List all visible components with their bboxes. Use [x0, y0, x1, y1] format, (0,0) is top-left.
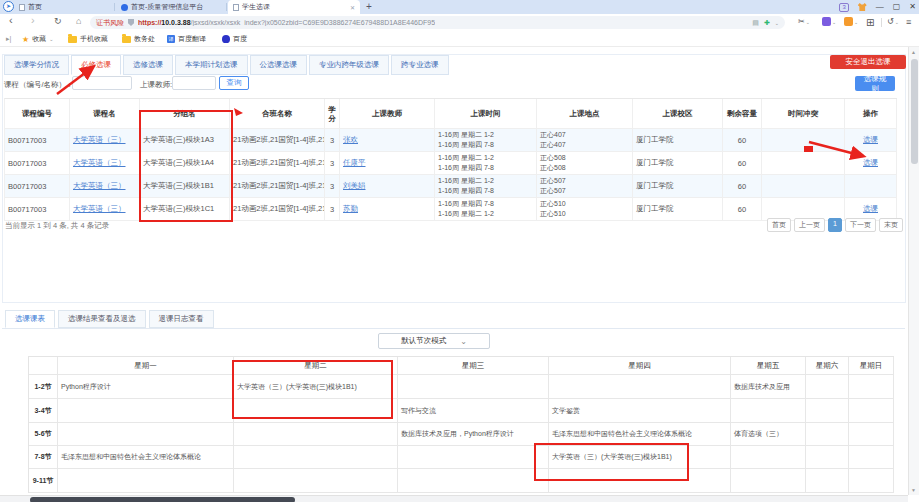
query-button[interactable]: 查询	[219, 76, 249, 90]
url-protocol: https://	[138, 19, 161, 26]
period-mode-select[interactable]: 默认节次模式 ⌄	[378, 333, 490, 349]
page-current-button[interactable]: 1	[828, 218, 842, 232]
teacher-link[interactable]: 任康平	[343, 158, 431, 168]
vertical-scrollbar[interactable]: ▲ ▼	[908, 47, 919, 495]
course-search-input[interactable]	[72, 76, 132, 90]
history-undo-button[interactable]: ↺⌄	[887, 17, 899, 26]
class-place: 正心507	[540, 186, 629, 196]
timetable-cell	[398, 469, 549, 493]
bookmark-favorites[interactable]: ★收藏⌄	[22, 31, 53, 47]
tab-cross-major[interactable]: 跨专业选课	[391, 55, 449, 75]
day-header: 星期三	[398, 357, 549, 375]
day-header: 星期四	[549, 357, 731, 375]
security-tool-button[interactable]: ⌄	[844, 17, 858, 26]
timetable-corner	[29, 357, 58, 375]
apps-grid-button[interactable]: ⊞	[866, 17, 874, 28]
teacher-link[interactable]: 张欢	[343, 135, 431, 145]
page-next-button[interactable]: 下一页	[845, 218, 876, 232]
minimize-button[interactable]: —	[876, 0, 884, 14]
teacher-link[interactable]: 苏勤	[343, 204, 431, 214]
close-tab-icon[interactable]: ✕	[350, 4, 355, 11]
chevron-down-icon[interactable]: ⌄	[775, 20, 779, 26]
timetable-cell	[849, 446, 894, 469]
tab-divider	[114, 3, 115, 11]
timetable-cell: 毛泽东思想和中国特色社会主义理论体系概论	[58, 446, 234, 469]
course-name-link[interactable]: 大学英语（三）	[73, 158, 136, 168]
close-window-button[interactable]: ✕	[909, 0, 916, 14]
site-info-icon[interactable]	[128, 19, 134, 26]
course-code: B00717003	[5, 129, 70, 152]
page-first-button[interactable]: 首页	[767, 218, 791, 232]
bookmark-academic-office[interactable]: 教务处	[122, 31, 155, 47]
teacher-search-input[interactable]	[172, 76, 216, 90]
add-bookmark-icon[interactable]: ✚	[764, 19, 770, 27]
home-icon[interactable]: ⌂	[76, 16, 81, 26]
period-mode-value: 默认节次模式	[401, 336, 446, 346]
tab-semester-plan[interactable]: 本学期计划选课	[175, 55, 248, 75]
extension-badge[interactable]: 3	[839, 3, 848, 12]
period-label: 1-2节	[29, 375, 58, 399]
refresh-icon[interactable]: ↻	[54, 16, 62, 26]
chevron-down-icon: ⌄	[832, 19, 836, 25]
tab-elective-courses[interactable]: 选修选课	[123, 55, 173, 75]
class-time: 1-16周 星期四 7-8	[438, 186, 533, 196]
tab-required-courses[interactable]: 必修选课	[71, 55, 121, 75]
tab-credit-status[interactable]: 选课学分情况	[4, 55, 69, 75]
browser-tab-course-selection[interactable]: 学生选课 ✕	[228, 0, 360, 14]
horizontal-scrollbar[interactable]	[0, 495, 908, 502]
day-header: 星期五	[731, 357, 806, 375]
scroll-up-icon[interactable]: ▲	[911, 49, 916, 55]
timetable-cell	[806, 375, 849, 399]
select-course-link[interactable]: 选课	[863, 135, 878, 145]
bookmark-baidu[interactable]: 百度	[222, 31, 247, 47]
menu-button[interactable]: ≡	[906, 17, 911, 27]
class-names: 21动画2班,21国贸[1-4]班,21...	[230, 152, 325, 175]
tab-public-courses[interactable]: 公选课选课	[250, 55, 308, 75]
extension-purple-button[interactable]: ⌄	[822, 17, 836, 26]
teacher-link[interactable]: 刘美娟	[343, 181, 431, 191]
bookmark-translate[interactable]: 译百度翻译	[167, 31, 206, 47]
maximize-button[interactable]: ▢	[893, 0, 901, 14]
back-icon[interactable]: ‹	[9, 14, 13, 26]
credit: 3	[325, 175, 340, 198]
page-prev-button[interactable]: 上一页	[794, 218, 825, 232]
screenshot-tool-button[interactable]: ✂⌄	[798, 17, 810, 26]
course-code: B00717003	[5, 175, 70, 198]
site-icon	[121, 4, 128, 11]
page-last-button[interactable]: 末页	[879, 218, 903, 232]
col-header: 剩余容量	[723, 99, 762, 129]
scroll-down-icon[interactable]: ▼	[911, 487, 916, 493]
select-course-link[interactable]: 选课	[863, 204, 878, 214]
bookmark-label: 收藏	[32, 34, 46, 44]
certificate-warning-label[interactable]: 证书风险	[96, 18, 124, 28]
selection-rules-button[interactable]: 选课规则	[855, 76, 895, 91]
course-name-link[interactable]: 大学英语（三）	[73, 181, 136, 191]
menu-icon: ≡	[906, 17, 911, 27]
forward-icon[interactable]: ›	[31, 14, 35, 26]
vertical-scroll-thumb[interactable]	[911, 59, 918, 164]
bookmark-mobile[interactable]: 手机收藏	[68, 31, 108, 47]
course-name-link[interactable]: 大学英语（三）	[73, 135, 136, 145]
safe-logout-button[interactable]: 安全退出选课	[830, 55, 906, 69]
url-host: 10.0.3.88	[161, 19, 190, 26]
browser-logo-icon[interactable]: ➤	[3, 1, 14, 12]
page-icon	[233, 4, 239, 11]
browser-tab-home[interactable]: 首页	[14, 0, 114, 14]
page-icon	[19, 4, 25, 11]
theme-icon[interactable]	[858, 3, 867, 11]
campus: 厦门工学院	[633, 175, 723, 198]
tab-withdraw-log[interactable]: 退课日志查看	[149, 310, 214, 328]
sidebar-expand-icon[interactable]: ▸|	[6, 31, 11, 47]
url-field[interactable]: 证书风险 https://10.0.3.88/jsxsd/xsxk/xsxk_i…	[90, 16, 785, 29]
reader-icon[interactable]: ▤	[752, 19, 759, 27]
tab-selected-timetable[interactable]: 选课课表	[5, 310, 55, 328]
horizontal-scroll-thumb[interactable]	[30, 497, 295, 502]
tab-selection-result[interactable]: 选课结果查看及退选	[58, 310, 146, 328]
new-tab-button[interactable]: +	[366, 0, 372, 14]
tab-cross-grade[interactable]: 专业内跨年级选课	[309, 55, 389, 75]
browser-tab-platform[interactable]: 首页-质量管理信息平台	[116, 0, 226, 14]
select-course-link[interactable]: 选课	[863, 158, 878, 168]
class-names: 21动画2班,21国贸[1-4]班,21...	[230, 198, 325, 221]
timetable-cell	[731, 399, 806, 423]
course-name-link[interactable]: 大学英语（三）	[73, 204, 136, 214]
